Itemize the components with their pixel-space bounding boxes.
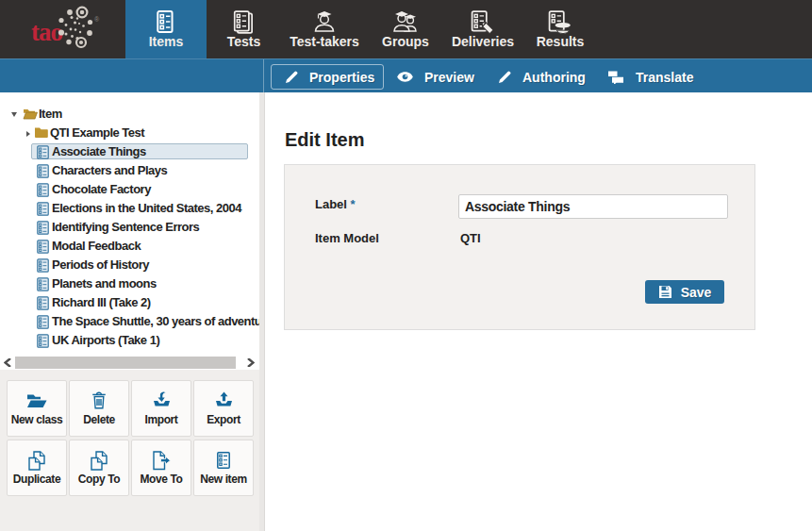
svg-text:tao: tao [31,18,62,46]
svg-text:®: ® [94,16,100,23]
